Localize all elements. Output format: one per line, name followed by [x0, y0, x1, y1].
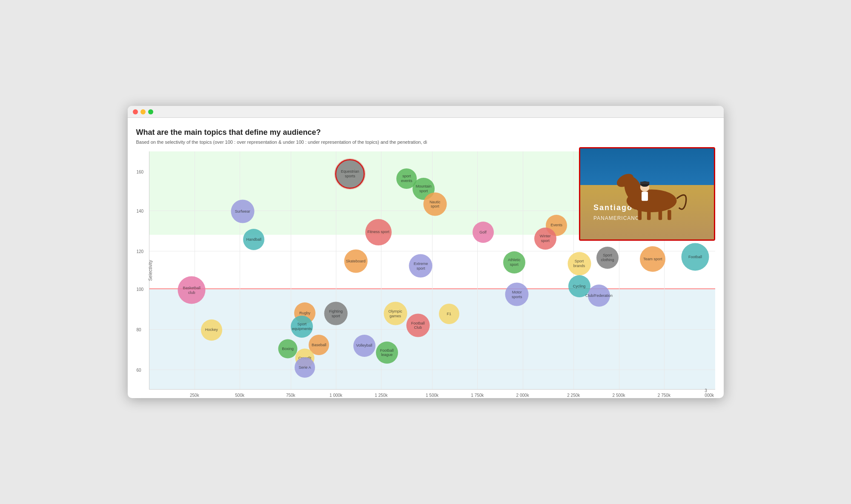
bubble-sport-brands[interactable]: Sport brands	[567, 252, 591, 275]
svg-rect-4	[647, 210, 650, 220]
y-tick-100: 100	[137, 287, 144, 292]
bubble-skateboard[interactable]: Skateboard	[344, 250, 367, 273]
x-tick-750: 750k	[286, 393, 295, 398]
svg-rect-3	[638, 210, 642, 220]
traffic-lights	[133, 109, 153, 114]
titlebar	[128, 106, 724, 118]
bubble-golf[interactable]: Golf	[473, 222, 494, 243]
svg-rect-5	[658, 210, 662, 220]
bubble-football-league[interactable]: Football league	[376, 342, 398, 364]
bubble-sport-equipments[interactable]: Sport equipments	[291, 316, 313, 338]
svg-rect-8	[642, 192, 648, 201]
y-tick-160: 160	[137, 169, 144, 174]
bubble-fitness-sport[interactable]: Fitness sport	[365, 219, 392, 245]
maximize-button[interactable]	[148, 109, 153, 114]
chart-container: Santiago 20 PANAMERICANO	[136, 151, 715, 390]
y-tick-80: 80	[137, 327, 141, 332]
x-tick-1250: 1 250k	[375, 393, 387, 398]
x-tick-500: 500k	[235, 393, 244, 398]
main-content: What are the main topics that define my …	[128, 118, 724, 398]
x-tick-2000: 2 000k	[516, 393, 529, 398]
x-tick-2500: 2 500k	[613, 393, 625, 398]
svg-rect-6	[668, 210, 671, 220]
bubble-volleyball[interactable]: Volleyball	[353, 335, 375, 357]
bubble-team-sport[interactable]: Team sport	[640, 246, 665, 272]
bubble-extreme-sport[interactable]: Extreme sport	[409, 254, 433, 278]
x-tick-1000: 1 000k	[330, 393, 342, 398]
bubble-football[interactable]: Football	[681, 243, 709, 271]
bubble-hockey[interactable]: Hockey	[201, 319, 222, 341]
bubble-motor-sports[interactable]: Motor sports	[505, 283, 529, 306]
page-subtitle: Based on the selectivity of the topics (…	[136, 140, 715, 145]
bubble-sport-clothing[interactable]: Sport clothing	[596, 247, 619, 269]
bubble-f1[interactable]: F1	[439, 304, 459, 324]
x-tick-3000: 3 000k	[705, 388, 714, 398]
bubble-athletic-sport[interactable]: Athletic sport	[503, 251, 525, 273]
bubble-serie-a[interactable]: Serie A	[295, 357, 315, 378]
x-tick-250: 250k	[190, 393, 199, 398]
bubble-football-club[interactable]: Football Club	[406, 313, 430, 337]
bubble-fighting-sport[interactable]: Fighting sport	[324, 302, 348, 325]
y-tick-60: 60	[137, 368, 141, 373]
app-window: What are the main topics that define my …	[128, 106, 724, 398]
header: What are the main topics that define my …	[136, 128, 715, 145]
page-title: What are the main topics that define my …	[136, 128, 715, 137]
x-tick-2250: 2 250k	[567, 393, 580, 398]
horse-image: Santiago 20 PANAMERICANO	[579, 147, 715, 241]
minimize-button[interactable]	[140, 109, 146, 114]
bubble-handball[interactable]: Handball	[243, 229, 264, 250]
bubble-equestrian-sports[interactable]: Equestrian sports	[335, 159, 365, 189]
bubble-surfwear[interactable]: Surfwear	[231, 199, 254, 223]
bubble-winter-sport[interactable]: Winter sport	[534, 228, 556, 250]
bubble-boxing[interactable]: Boxing	[278, 339, 298, 358]
y-tick-120: 120	[137, 249, 144, 253]
svg-rect-10	[640, 182, 649, 184]
x-tick-2750: 2 750k	[658, 393, 670, 398]
bubble-club-federation[interactable]: Club/Federation	[588, 285, 610, 307]
bubble-nautic-sport[interactable]: Nautic sport	[423, 192, 447, 216]
x-tick-1750: 1 750k	[471, 393, 484, 398]
bubble-basketball-club[interactable]: Basketball club	[178, 276, 206, 304]
close-button[interactable]	[133, 109, 138, 114]
y-tick-140: 140	[137, 208, 144, 213]
x-tick-1500: 1 500k	[426, 393, 438, 398]
bubble-olympic-games[interactable]: Olympic games	[384, 302, 407, 325]
horse-svg	[600, 167, 694, 221]
